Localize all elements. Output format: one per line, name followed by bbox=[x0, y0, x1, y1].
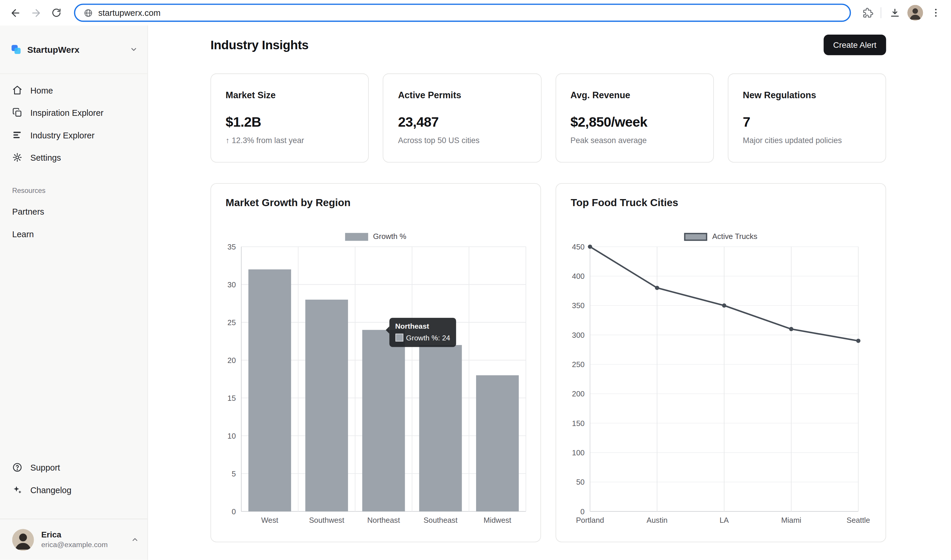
forward-button[interactable] bbox=[26, 2, 46, 23]
user-avatar bbox=[12, 529, 34, 550]
tooltip-swatch bbox=[395, 334, 403, 342]
stat-title: Active Permits bbox=[398, 90, 526, 100]
svg-text:5: 5 bbox=[232, 470, 236, 478]
gear-icon bbox=[12, 152, 22, 162]
workspace-switcher[interactable]: StartupWerx bbox=[0, 26, 148, 74]
stat-subtitle: Across top 50 US cities bbox=[398, 136, 526, 145]
sidebar-item-label: Settings bbox=[30, 152, 61, 162]
main-content: Industry Insights Create Alert Market Si… bbox=[148, 26, 951, 560]
user-menu[interactable]: Erica erica@example.com bbox=[0, 518, 148, 560]
sidebar-item-label: Partners bbox=[12, 206, 44, 216]
stat-title: New Regulations bbox=[743, 90, 871, 100]
profile-button[interactable] bbox=[905, 2, 925, 23]
stat-subtitle: Major cities updated policies bbox=[743, 136, 871, 145]
svg-text:Seattle: Seattle bbox=[846, 516, 870, 524]
svg-text:25: 25 bbox=[228, 318, 236, 327]
user-meta: Erica erica@example.com bbox=[42, 530, 124, 549]
svg-text:Northeast: Northeast bbox=[367, 516, 400, 524]
stat-card-avg-revenue: Avg. Revenue $2,850/week Peak season ave… bbox=[555, 73, 714, 162]
back-icon bbox=[9, 7, 21, 18]
chart-tooltip: Northeast Growth %: 24 bbox=[389, 317, 456, 346]
stats-row: Market Size $1.2B ↑ 12.3% from last year… bbox=[211, 73, 886, 162]
back-button[interactable] bbox=[5, 2, 26, 23]
sidebar-item-partners[interactable]: Partners bbox=[0, 200, 148, 223]
svg-text:450: 450 bbox=[572, 243, 585, 251]
svg-text:150: 150 bbox=[572, 419, 585, 428]
svg-text:0: 0 bbox=[232, 508, 236, 516]
sidebar-footer-nav: Support Changelog bbox=[0, 456, 148, 501]
svg-text:Portland: Portland bbox=[576, 516, 604, 524]
create-alert-button[interactable]: Create Alert bbox=[823, 35, 886, 55]
svg-text:300: 300 bbox=[572, 331, 585, 339]
svg-text:Austin: Austin bbox=[647, 516, 668, 524]
bar-chart-canvas[interactable]: 05101520253035WestSouthwestNortheastSout… bbox=[211, 184, 540, 542]
resources-list: Partners Learn bbox=[0, 200, 148, 245]
sidebar-item-label: Support bbox=[30, 463, 60, 472]
tooltip-value: Growth %: 24 bbox=[406, 333, 450, 342]
stat-card-new-regulations: New Regulations 7 Major cities updated p… bbox=[728, 73, 886, 162]
sidebar-item-label: Inspiration Explorer bbox=[30, 108, 103, 117]
svg-text:10: 10 bbox=[228, 432, 236, 440]
globe-icon bbox=[84, 8, 93, 17]
sidebar-item-learn[interactable]: Learn bbox=[0, 223, 148, 245]
svg-text:LA: LA bbox=[719, 516, 729, 524]
sidebar-item-label: Learn bbox=[12, 229, 34, 238]
chevron-up-icon bbox=[131, 536, 139, 543]
svg-text:350: 350 bbox=[572, 302, 585, 309]
svg-text:Southeast: Southeast bbox=[424, 516, 458, 524]
browser-window: startupwerx.com StartupWerx bbox=[0, 0, 951, 560]
stat-value: 23,487 bbox=[398, 115, 526, 131]
stat-card-active-permits: Active Permits 23,487 Across top 50 US c… bbox=[383, 73, 541, 162]
brand-name: StartupWerx bbox=[27, 45, 124, 54]
svg-text:35: 35 bbox=[228, 243, 236, 251]
sidebar-item-home[interactable]: Home bbox=[0, 79, 148, 102]
user-email: erica@example.com bbox=[42, 540, 124, 549]
copy-icon bbox=[12, 107, 22, 118]
svg-text:20: 20 bbox=[228, 356, 236, 365]
svg-text:30: 30 bbox=[228, 281, 236, 289]
line-chart-canvas[interactable]: 050100150200250300350400450PortlandAusti… bbox=[556, 184, 885, 542]
sparkles-icon bbox=[12, 485, 22, 495]
downloads-button[interactable] bbox=[884, 2, 905, 23]
reload-button[interactable] bbox=[46, 2, 66, 23]
svg-text:Midwest: Midwest bbox=[484, 516, 511, 524]
sidebar-item-industry-explorer[interactable]: Industry Explorer bbox=[0, 124, 148, 146]
stat-title: Avg. Revenue bbox=[571, 90, 699, 100]
kebab-menu-icon bbox=[931, 7, 941, 18]
sidebar-item-label: Industry Explorer bbox=[30, 130, 94, 140]
sidebar-item-settings[interactable]: Settings bbox=[0, 146, 148, 169]
browser-menu-button[interactable] bbox=[925, 2, 946, 23]
help-icon bbox=[12, 462, 22, 472]
stat-title: Market Size bbox=[226, 90, 354, 100]
page-title: Industry Insights bbox=[211, 37, 309, 52]
stat-subtitle: Peak season average bbox=[571, 136, 699, 145]
address-bar[interactable]: startupwerx.com bbox=[74, 3, 851, 22]
sidebar-item-changelog[interactable]: Changelog bbox=[0, 478, 148, 501]
sidebar-item-inspiration-explorer[interactable]: Inspiration Explorer bbox=[0, 102, 148, 124]
bar-chart-card: Market Growth by Region Growth % 0510152… bbox=[211, 183, 541, 542]
svg-text:15: 15 bbox=[228, 394, 236, 402]
svg-text:100: 100 bbox=[572, 449, 585, 457]
sidebar: StartupWerx Home Inspiration Explorer In… bbox=[0, 26, 148, 560]
stat-value: 7 bbox=[743, 115, 871, 131]
stat-value: $1.2B bbox=[226, 115, 354, 131]
toolbar-divider bbox=[881, 7, 881, 18]
svg-text:200: 200 bbox=[572, 390, 585, 398]
user-name: Erica bbox=[42, 530, 124, 539]
resources-section-label: Resources bbox=[0, 186, 148, 195]
stat-card-market-size: Market Size $1.2B ↑ 12.3% from last year bbox=[211, 73, 369, 162]
forward-icon bbox=[30, 7, 42, 18]
extensions-button[interactable] bbox=[857, 2, 877, 23]
sidebar-item-support[interactable]: Support bbox=[0, 456, 148, 479]
extensions-icon bbox=[862, 7, 873, 18]
tooltip-title: Northeast bbox=[395, 322, 450, 331]
chevron-down-icon bbox=[130, 45, 138, 53]
home-icon bbox=[12, 85, 22, 95]
download-icon bbox=[889, 7, 900, 18]
svg-text:Southwest: Southwest bbox=[309, 516, 344, 524]
line-chart-card: Top Food Truck Cities Active Trucks 0501… bbox=[556, 183, 886, 542]
url-text: startupwerx.com bbox=[98, 8, 160, 18]
svg-text:Miami: Miami bbox=[781, 516, 802, 524]
reload-icon bbox=[51, 7, 62, 18]
page-header: Industry Insights Create Alert bbox=[211, 35, 886, 55]
